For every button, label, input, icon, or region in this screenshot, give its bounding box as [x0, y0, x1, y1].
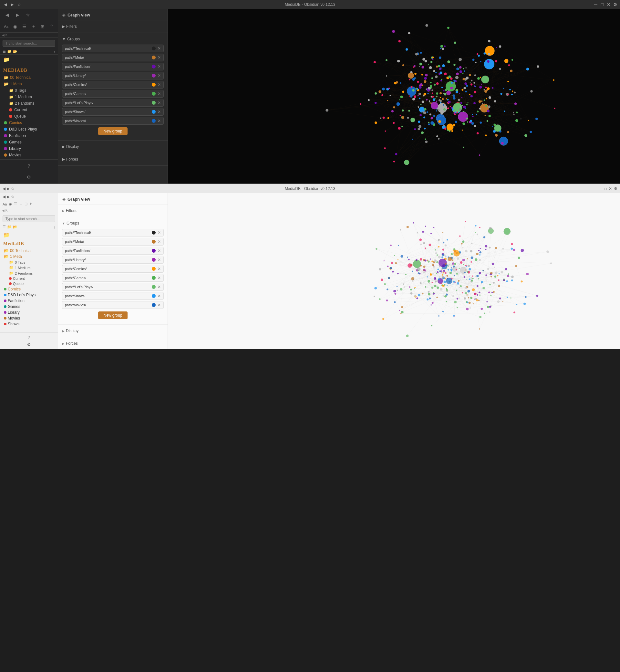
tree-item-fanfiction[interactable]: Fanfiction — [0, 133, 58, 139]
tree-item-1medium-light[interactable]: 📁 1 Medium — [0, 265, 58, 271]
group-input-comics-light[interactable] — [65, 267, 150, 271]
group-input-letsplays-light[interactable] — [65, 285, 150, 289]
nav-arrows[interactable]: ◀ ▶ ☆ — [3, 2, 22, 7]
tree-item-movies[interactable]: Movies — [0, 152, 58, 158]
help-icon-light[interactable]: ? — [28, 335, 30, 340]
display-header-light[interactable]: ▶ Display — [62, 327, 164, 334]
tree-item-comics-light[interactable]: Comics — [0, 286, 58, 292]
sort-light[interactable]: ↕ — [54, 225, 56, 229]
tool-icon-1[interactable]: ☰ — [3, 49, 6, 54]
group-color-movies-light[interactable] — [152, 303, 156, 307]
group-input-comics[interactable] — [65, 83, 150, 87]
help-icon[interactable]: ? — [24, 161, 34, 171]
group-remove-fanfiction[interactable]: ✕ — [158, 64, 161, 69]
tree-item-games[interactable]: Games — [0, 139, 58, 145]
filters-header-light[interactable]: ▶ Filters — [62, 207, 164, 214]
list-icon[interactable]: ☰ — [21, 22, 28, 31]
tree-item-technical-light[interactable]: 📂 00 Technical — [0, 248, 58, 254]
group-color-shows-light[interactable] — [152, 294, 156, 298]
group-remove-letsplays[interactable]: ✕ — [158, 100, 161, 105]
star-icon-bottom[interactable]: ☆ — [11, 186, 14, 191]
tool-3-light[interactable]: 📂 — [13, 225, 17, 229]
group-input-shows-light[interactable] — [65, 294, 150, 298]
window-controls[interactable]: ─ □ ✕ ⚙ — [593, 2, 617, 7]
tree-item-1meta[interactable]: 📂 1 Meta — [0, 81, 58, 87]
maximize-btn-bottom[interactable]: □ — [605, 186, 607, 191]
group-input-technical[interactable] — [65, 47, 150, 50]
nav-forward-icon[interactable]: ▶ — [13, 10, 22, 19]
collapse-arrow[interactable]: ◀ K — [2, 33, 7, 37]
forces-header-light[interactable]: ▶ Forces — [62, 340, 164, 347]
group-input-games[interactable] — [65, 92, 150, 96]
group-remove-games-light[interactable]: ✕ — [158, 276, 161, 280]
group-remove-technical[interactable]: ✕ — [158, 46, 161, 51]
maximize-btn[interactable]: □ — [600, 2, 605, 7]
group-color-shows[interactable] — [152, 110, 156, 114]
layout-icon-light[interactable]: ⊞ — [24, 202, 28, 206]
close-btn[interactable]: ✕ — [607, 2, 611, 7]
tool-1-light[interactable]: ☰ — [3, 225, 6, 229]
tree-item-2fandoms-light[interactable]: 📁 2 Fandoms — [0, 271, 58, 276]
group-color-meta-light[interactable] — [152, 240, 156, 244]
group-color-fanfiction[interactable] — [152, 64, 156, 68]
tree-item-0tags-light[interactable]: 📁 0 Tags — [0, 259, 58, 265]
filters-header-dark[interactable]: ▶ Filters — [62, 23, 164, 30]
tree-item-2fandoms[interactable]: 📁 2 Fandoms — [0, 100, 58, 107]
group-remove-movies-light[interactable]: ✕ — [158, 303, 161, 307]
group-color-comics-light[interactable] — [152, 267, 156, 271]
nav-back-light[interactable]: ◀ — [3, 194, 5, 199]
group-remove-meta[interactable]: ✕ — [158, 55, 161, 60]
group-color-library[interactable] — [152, 74, 156, 78]
back-arrow-bottom[interactable]: ◀ — [3, 186, 5, 191]
display-header-dark[interactable]: ▶ Display — [62, 143, 164, 150]
graph-canvas-dark[interactable] — [168, 9, 620, 184]
group-remove-library[interactable]: ✕ — [158, 73, 161, 78]
group-remove-comics-light[interactable]: ✕ — [158, 267, 161, 271]
group-input-library-light[interactable] — [65, 258, 150, 262]
collapse-arrow-light[interactable]: ◀ K — [2, 209, 7, 212]
tree-item-dnd-light[interactable]: D&D Let's Plays — [0, 292, 58, 298]
forward-arrow[interactable]: ▶ — [9, 2, 15, 7]
nav-back-icon[interactable]: ◀ — [3, 10, 12, 19]
search-input[interactable] — [3, 40, 55, 47]
minimize-btn[interactable]: ─ — [593, 2, 598, 7]
tree-item-movies-light[interactable]: Movies — [0, 315, 58, 321]
group-color-games[interactable] — [152, 92, 156, 96]
nav-forward-light[interactable]: ▶ — [7, 194, 10, 199]
tree-item-0tags[interactable]: 📁 0 Tags — [0, 87, 58, 94]
group-color-technical[interactable] — [152, 47, 156, 50]
star-light[interactable]: ☆ — [11, 194, 14, 199]
vault-folder-icon-light[interactable]: 📁 — [3, 232, 10, 238]
search-input-light[interactable] — [3, 215, 55, 222]
settings-btn[interactable]: ⚙ — [613, 2, 617, 7]
group-input-library[interactable] — [65, 74, 150, 78]
sort-icon[interactable]: ↕ — [54, 50, 56, 54]
group-input-fanfiction[interactable] — [65, 64, 150, 68]
group-input-shows[interactable] — [65, 110, 150, 114]
group-remove-meta-light[interactable]: ✕ — [158, 239, 161, 244]
group-color-library-light[interactable] — [152, 258, 156, 262]
forward-arrow-bottom[interactable]: ▶ — [7, 186, 10, 191]
group-remove-shows-light[interactable]: ✕ — [158, 294, 161, 298]
group-color-comics[interactable] — [152, 83, 156, 87]
group-remove-comics[interactable]: ✕ — [158, 82, 161, 87]
tree-item-library[interactable]: Library — [0, 145, 58, 152]
format-icon[interactable]: Aa — [3, 22, 10, 31]
tree-item-queue-light[interactable]: Queue — [0, 281, 58, 286]
star-sidebar-icon[interactable]: ☆ — [23, 10, 32, 19]
import-icon-light[interactable]: ⇧ — [30, 202, 32, 206]
tree-item-current-light[interactable]: Current — [0, 276, 58, 281]
group-input-movies[interactable] — [65, 119, 150, 123]
group-remove-shows[interactable]: ✕ — [158, 109, 161, 114]
group-input-meta-light[interactable] — [65, 240, 150, 244]
vault-folder-icon[interactable]: 📁 — [3, 57, 10, 62]
group-remove-movies[interactable]: ✕ — [158, 118, 161, 123]
plus-icon-light[interactable]: ＋ — [19, 202, 22, 206]
window-controls-bottom[interactable]: ─ □ ✕ ⚙ — [600, 186, 617, 191]
group-input-games-light[interactable] — [65, 276, 150, 280]
format-icon-light[interactable]: Aa — [3, 202, 7, 206]
tool-icon-3[interactable]: 📂 — [13, 49, 17, 54]
group-remove-games[interactable]: ✕ — [158, 91, 161, 96]
tree-item-current[interactable]: Current — [0, 107, 58, 113]
new-group-button-light[interactable]: New group — [98, 311, 127, 319]
